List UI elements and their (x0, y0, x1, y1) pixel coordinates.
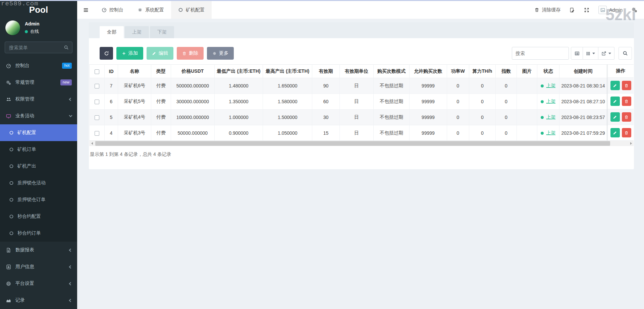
miner-config-table: ID名称类型价格USDT最低产出 (主币:ETH)最高产出 (主币:ETH)有效… (89, 64, 634, 141)
sidebar-toggle-button[interactable] (77, 1, 95, 19)
tab-online[interactable]: 上架 (125, 26, 149, 38)
cell (517, 125, 537, 141)
table-toolbar: 添加 编辑 删除 更多 (89, 38, 634, 60)
search-submit-button[interactable] (619, 47, 632, 60)
sidebar-item-miner-orders[interactable]: 矿机订单 (0, 141, 77, 158)
export-dropdown-button[interactable] (598, 47, 614, 60)
circle-icon (9, 164, 14, 169)
row-edit-button[interactable] (610, 112, 620, 122)
sidebar-item-auth[interactable]: 权限管理 (0, 91, 77, 108)
sidebar-item-reports[interactable]: 数据报表 (0, 242, 77, 258)
cell: 15 (312, 125, 339, 141)
edit-button[interactable]: 编辑 (147, 47, 173, 60)
nav-tab-system-config[interactable]: 系统配置 (130, 1, 171, 19)
nav-tab-miner-config[interactable]: 矿机配置 (171, 1, 212, 19)
nav-tab-dashboard[interactable]: 控制台 (95, 1, 130, 19)
top-navbar: 控制台 系统配置 矿机配置 清除缓存 Admin (77, 1, 644, 19)
delete-button[interactable]: 删除 (177, 47, 204, 60)
table-row: 7采矿机6号付费500000.0000001.4800001.65000090日… (90, 78, 634, 94)
sidebar-item-dashboard[interactable]: 控制台 hot (0, 57, 77, 74)
docs-icon (570, 7, 575, 13)
cell: 0 (469, 78, 495, 94)
search-icon (64, 45, 69, 50)
table-search-input[interactable] (512, 47, 569, 60)
horizontal-scrollbar[interactable] (89, 141, 634, 146)
address-book-icon (6, 264, 12, 269)
row-delete-button[interactable] (622, 97, 631, 106)
sidebar-item-label: 用户信息 (15, 264, 34, 270)
sidebar-item-business[interactable]: 业务活动 (0, 108, 77, 124)
sidebar: Pool Admin 在线 控制台 hot 常规管理 new 权限管理 (0, 0, 77, 309)
refresh-button[interactable] (100, 47, 113, 60)
sidebar-item-seconds-orders[interactable]: 秒合约订单 (0, 225, 77, 242)
row-edit-button[interactable] (610, 97, 620, 106)
table-row: 4采矿机3号付费50000.0000000.9000001.05000015日不… (90, 125, 634, 141)
table-container: ID名称类型价格USDT最低产出 (主币:ETH)最高产出 (主币:ETH)有效… (89, 64, 634, 141)
row-edit-button[interactable] (610, 81, 620, 90)
cell: 2023-08-21 08:23:57 (559, 110, 607, 125)
status-link[interactable]: 上架 (546, 114, 555, 120)
scrollbar-thumb[interactable] (95, 141, 610, 146)
window-top-strip (0, 0, 644, 1)
add-button[interactable]: 添加 (116, 47, 143, 60)
row-checkbox[interactable] (95, 84, 99, 88)
sidebar-item-miner-config[interactable]: 矿机配置 (0, 124, 77, 141)
users-icon (6, 97, 12, 102)
row-delete-button[interactable] (622, 81, 631, 90)
cell (517, 94, 537, 110)
cell: 60 (312, 94, 339, 110)
cell: 30 (312, 110, 339, 125)
sidebar-item-seconds-config[interactable]: 秒合约配置 (0, 208, 77, 225)
row-delete-button[interactable] (622, 128, 631, 137)
more-button[interactable]: 更多 (207, 47, 234, 60)
cell: 0 (447, 78, 469, 94)
clear-cache-button[interactable]: 清除缓存 (534, 7, 560, 13)
row-select-cell (90, 94, 105, 110)
column-header: 有效期单位 (339, 65, 374, 78)
cell (517, 110, 537, 125)
row-checkbox[interactable] (95, 100, 99, 104)
status-link[interactable]: 上架 (546, 83, 555, 88)
sidebar-item-general[interactable]: 常规管理 new (0, 74, 77, 91)
column-header: 允许购买次数 (409, 65, 447, 78)
clear-cache-label: 清除缓存 (542, 7, 560, 13)
cell: 上架 (537, 110, 559, 125)
toggle-view-button[interactable] (571, 47, 583, 60)
sidebar-item-pledge-activity[interactable]: 质押锁仓活动 (0, 175, 77, 191)
cell: 0 (495, 110, 517, 125)
sidebar-item-label: 矿机产出 (17, 163, 36, 169)
operations-row (608, 94, 634, 109)
scrollbar-track[interactable] (95, 141, 628, 146)
sidebar-item-miner-output[interactable]: 矿机产出 (0, 158, 77, 175)
row-delete-button[interactable] (622, 112, 631, 122)
sidebar-item-userinfo[interactable]: 用户信息 (0, 258, 77, 275)
nav-tab-label: 控制台 (109, 7, 123, 13)
cell: 2023-08-21 08:30:14 (559, 78, 607, 94)
fullscreen-button[interactable] (584, 7, 589, 13)
sidebar-item-records[interactable]: 记录 (0, 292, 77, 309)
docs-button[interactable] (570, 7, 575, 13)
tab-all[interactable]: 全部 (100, 26, 124, 38)
scroll-right-arrow[interactable] (628, 141, 634, 146)
sidebar-item-label: 秒合约配置 (17, 213, 41, 220)
row-checkbox[interactable] (95, 131, 99, 136)
select-all-checkbox[interactable] (95, 69, 99, 74)
cell: 日 (339, 110, 374, 125)
scroll-left-arrow[interactable] (89, 141, 95, 146)
avatar (5, 20, 20, 36)
menu-search-input[interactable] (5, 42, 72, 53)
row-checkbox[interactable] (95, 115, 99, 120)
cell: 1.650000 (263, 78, 312, 94)
row-edit-button[interactable] (610, 128, 620, 137)
triangle-left-icon (91, 142, 93, 145)
tab-offline[interactable]: 下架 (150, 26, 174, 38)
columns-dropdown-button[interactable] (583, 47, 598, 60)
cell: 采矿机4号 (118, 110, 151, 125)
status-link[interactable]: 上架 (546, 130, 555, 135)
cell: 付费 (151, 78, 171, 94)
status-link[interactable]: 上架 (546, 99, 555, 104)
sidebar-item-platform[interactable]: 平台设置 (0, 275, 77, 292)
chevron-down-icon (69, 114, 72, 117)
gear-icon (138, 7, 143, 12)
sidebar-item-pledge-orders[interactable]: 质押锁仓订单 (0, 191, 77, 208)
